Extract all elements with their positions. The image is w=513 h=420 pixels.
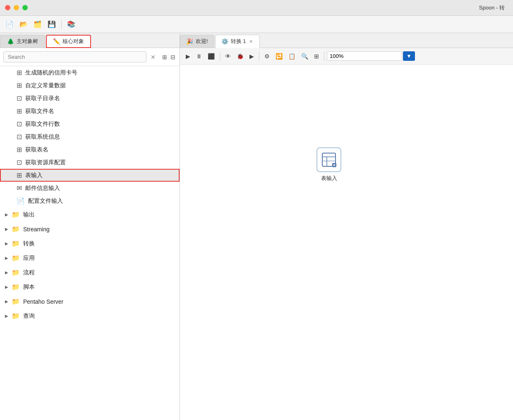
window-controls[interactable] [5, 5, 28, 10]
item-label-9: 表输入 [25, 172, 43, 179]
zoom-input[interactable] [327, 51, 402, 61]
tab-transform1[interactable]: ⚙️ 转换 1 ✕ [215, 35, 260, 48]
minimize-button[interactable] [14, 5, 19, 10]
group-label-transform: 转换 [23, 240, 35, 247]
close-button[interactable] [5, 5, 10, 10]
group-query[interactable]: ▶ 📁 查询 [0, 309, 180, 323]
canvas-step-label: 表输入 [321, 175, 337, 182]
tree-list: ⊞ 生成随机的信用卡号 ⊞ 自定义常量数据 ⊡ 获取子目录名 ⊞ 获取文件名 ⊡… [0, 66, 180, 420]
group-app[interactable]: ▶ 📁 应用 [0, 251, 180, 265]
search-bar: ✕ ⊞ ⊟ [0, 48, 180, 66]
item-icon-2: ⊞ [17, 82, 22, 89]
tab-welcome[interactable]: 🎉 欢迎! [180, 35, 214, 48]
expand-all-button[interactable]: ⊞ [161, 53, 168, 61]
maximize-button[interactable] [22, 5, 28, 10]
new-file-icon: 📄 [5, 20, 14, 28]
inject-icon: ▶ [249, 53, 254, 60]
group-label-output: 输出 [23, 211, 35, 218]
run-icon: ▶ [186, 53, 190, 60]
zoom-dropdown-button[interactable]: ▼ [403, 51, 415, 61]
layers-btn[interactable]: 📚 [65, 19, 77, 30]
tab-welcome-label: 欢迎! [196, 38, 208, 45]
group-label-app: 应用 [23, 254, 35, 262]
grid-icon: ⊞ [314, 53, 319, 60]
run-button[interactable]: ▶ [183, 51, 193, 61]
search-canvas-button[interactable]: 🔍 [299, 51, 311, 61]
toolbar-sep-2 [259, 52, 259, 61]
toolbar-separator-1 [61, 20, 62, 29]
group-streaming[interactable]: ▶ 📁 Streaming [0, 222, 180, 236]
right-toolbar: ▶ ⏸ ⬛ 👁 🐞 ▶ ⚙ 🔁 [180, 48, 513, 65]
stop-button[interactable]: ⬛ [205, 51, 217, 61]
core-objects-icon: ✏️ [53, 38, 60, 45]
list-item[interactable]: 📄 配置文件输入 [0, 194, 180, 207]
collapse-all-button[interactable]: ⊟ [170, 53, 176, 61]
item-icon-1: ⊞ [17, 69, 22, 77]
item-icon-5: ⊡ [17, 120, 22, 128]
expand-arrow-streaming: ▶ [5, 227, 8, 231]
stop-icon: ⬛ [208, 53, 215, 60]
item-label-5: 获取文件行数 [25, 120, 60, 128]
debug-icon: 🐞 [237, 53, 244, 60]
zoom-dropdown-icon: ▼ [406, 53, 412, 59]
main-container: 🌲 主对象树 ✏️ 核心对象 ✕ ⊞ ⊟ ⊞ 生成随机的信用卡号 [0, 33, 513, 420]
expand-arrow-output: ▶ [5, 212, 8, 217]
settings-button[interactable]: ⚙ [262, 51, 272, 61]
tab-transform1-close[interactable]: ✕ [248, 39, 254, 44]
item-label-4: 获取文件名 [25, 108, 54, 115]
new-file-btn[interactable]: 📄 [3, 19, 16, 30]
right-tab-bar: 🎉 欢迎! ⚙️ 转换 1 ✕ [180, 33, 513, 48]
table-input-svg [321, 152, 336, 167]
folder-icon-script: 📁 [12, 283, 20, 291]
tab-transform1-label: 转换 1 [231, 38, 246, 45]
item-icon-3: ⊡ [17, 94, 22, 102]
inject-button[interactable]: ▶ [247, 51, 256, 61]
list-item-table-input[interactable]: ⊞ 表输入 [0, 169, 180, 182]
group-script[interactable]: ▶ 📁 脚本 [0, 280, 180, 294]
search-clear-button[interactable]: ✕ [149, 53, 157, 61]
item-label-2: 自定义常量数据 [25, 82, 66, 89]
grid-button[interactable]: ⊞ [312, 51, 321, 61]
item-label-11: 配置文件输入 [28, 197, 63, 205]
debug-button[interactable]: 🐞 [234, 51, 246, 61]
list-item[interactable]: ⊡ 获取子目录名 [0, 92, 180, 105]
item-label-1: 生成随机的信用卡号 [25, 69, 77, 77]
item-icon-8: ⊡ [17, 158, 22, 166]
search-input[interactable] [3, 51, 146, 62]
canvas-step-table-input[interactable]: 表输入 [316, 147, 341, 182]
pause-button[interactable]: ⏸ [194, 51, 204, 61]
copy-button[interactable]: 📋 [286, 51, 298, 61]
titlebar: Spoon - 转 [0, 0, 513, 16]
preview-button[interactable]: 👁 [223, 51, 233, 61]
save-icon: 💾 [48, 20, 56, 28]
group-flow[interactable]: ▶ 📁 流程 [0, 265, 180, 280]
list-item[interactable]: ⊞ 生成随机的信用卡号 [0, 66, 180, 79]
item-label-7: 获取表名 [25, 146, 48, 154]
canvas-area[interactable]: 表输入 [180, 65, 513, 420]
group-label-query: 查询 [23, 312, 35, 320]
preview-icon: 👁 [225, 53, 231, 60]
save-btn[interactable]: 💾 [46, 19, 58, 30]
list-item[interactable]: ⊡ 获取文件行数 [0, 118, 180, 130]
open-recent-btn[interactable]: 🗂️ [31, 19, 44, 30]
list-item[interactable]: ⊡ 获取系统信息 [0, 130, 180, 143]
expand-arrow-app: ▶ [5, 256, 8, 260]
group-pentaho[interactable]: ▶ 📁 Pentaho Server [0, 294, 180, 309]
open-btn[interactable]: 📂 [17, 19, 30, 30]
expand-arrow-flow: ▶ [5, 270, 8, 275]
list-item[interactable]: ⊞ 自定义常量数据 [0, 79, 180, 92]
list-item[interactable]: ⊞ 获取文件名 [0, 105, 180, 118]
folder-icon-query: 📁 [12, 312, 20, 320]
list-item[interactable]: ⊡ 获取资源库配置 [0, 156, 180, 169]
tab-core-objects[interactable]: ✏️ 核心对象 [46, 35, 91, 48]
expand-arrow-script: ▶ [5, 285, 8, 289]
canvas-step-icon [316, 147, 341, 172]
group-output[interactable]: ▶ 📁 输出 [0, 207, 180, 222]
list-item[interactable]: ⊞ 获取表名 [0, 143, 180, 156]
refresh-button[interactable]: 🔁 [273, 51, 285, 61]
group-transform[interactable]: ▶ 📁 转换 [0, 236, 180, 251]
tab-main-objects[interactable]: 🌲 主对象树 [0, 35, 45, 48]
list-item[interactable]: ✉ 邮件信息输入 [0, 182, 180, 194]
welcome-icon: 🎉 [186, 38, 193, 45]
transform1-icon: ⚙️ [221, 38, 228, 45]
